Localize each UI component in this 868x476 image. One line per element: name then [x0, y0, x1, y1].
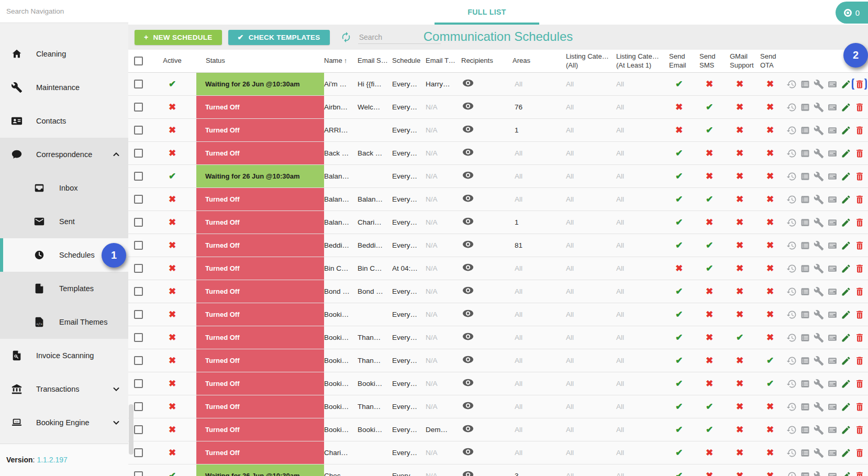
delete-button[interactable]	[854, 355, 865, 366]
sidebar-item-booking-engine[interactable]: <> Booking Engine	[0, 406, 128, 439]
tab-full-list[interactable]: FULL LIST	[435, 0, 539, 23]
row-checkbox[interactable]	[134, 356, 143, 365]
view-recipients-icon[interactable]	[462, 356, 474, 363]
view-recipients-icon[interactable]	[462, 425, 474, 433]
history-button[interactable]	[786, 355, 797, 366]
column-header-gmail-support[interactable]: GMail Support	[726, 52, 756, 70]
sidebar-item-templates[interactable]: Templates	[0, 272, 128, 305]
view-recipients-icon[interactable]	[462, 448, 474, 456]
sidebar-item-transactions[interactable]: Transactions	[0, 372, 128, 406]
log-list-button[interactable]	[799, 355, 810, 366]
settings-wrench-button[interactable]	[813, 263, 824, 274]
card-details-button[interactable]	[827, 470, 838, 476]
edit-button[interactable]	[840, 401, 851, 412]
settings-wrench-button[interactable]	[813, 286, 824, 297]
log-list-button[interactable]	[799, 102, 810, 113]
card-details-button[interactable]	[827, 355, 838, 366]
view-recipients-icon[interactable]	[462, 125, 474, 133]
edit-button[interactable]	[840, 148, 851, 159]
view-recipients-icon[interactable]	[462, 79, 474, 87]
history-button[interactable]	[786, 286, 797, 297]
log-list-button[interactable]	[799, 148, 810, 159]
card-details-button[interactable]	[827, 332, 838, 343]
check-templates-button[interactable]: ✔ CHECK TEMPLATES	[228, 30, 330, 45]
log-list-button[interactable]	[799, 194, 810, 205]
delete-button[interactable]	[854, 378, 865, 389]
card-details-button[interactable]	[827, 194, 838, 205]
row-checkbox[interactable]	[134, 287, 143, 296]
sidebar-item-correspondence[interactable]: Correspondence	[0, 138, 128, 171]
delete-button[interactable]	[854, 148, 865, 159]
history-button[interactable]	[786, 102, 797, 113]
history-button[interactable]	[786, 401, 797, 412]
view-recipients-icon[interactable]	[462, 194, 474, 202]
card-details-button[interactable]	[827, 424, 838, 435]
history-button[interactable]	[786, 148, 797, 159]
view-recipients-icon[interactable]	[462, 217, 474, 225]
row-checkbox[interactable]	[134, 402, 143, 411]
view-recipients-icon[interactable]	[462, 171, 474, 179]
row-checkbox[interactable]	[134, 310, 143, 319]
edit-button[interactable]	[840, 424, 851, 435]
delete-button[interactable]	[854, 171, 865, 182]
history-button[interactable]	[786, 171, 797, 182]
row-checkbox[interactable]	[134, 103, 143, 112]
edit-button[interactable]	[840, 125, 851, 136]
settings-wrench-button[interactable]	[813, 79, 824, 90]
settings-wrench-button[interactable]	[813, 470, 824, 476]
column-header-email-template[interactable]: Email T…	[426, 57, 459, 65]
sidebar-item-cleaning[interactable]: Cleaning	[0, 37, 128, 71]
row-checkbox[interactable]	[134, 471, 143, 476]
log-list-button[interactable]	[799, 401, 810, 412]
settings-wrench-button[interactable]	[813, 332, 824, 343]
row-checkbox[interactable]	[134, 80, 143, 88]
column-header-areas[interactable]: Areas	[510, 57, 564, 65]
card-details-button[interactable]	[827, 171, 838, 182]
log-list-button[interactable]	[799, 309, 810, 320]
edit-button[interactable]	[840, 240, 851, 251]
edit-button[interactable]	[840, 332, 851, 343]
edit-button[interactable]	[840, 194, 851, 205]
delete-button[interactable]	[854, 332, 865, 343]
log-list-button[interactable]	[799, 286, 810, 297]
sidebar-item-sent[interactable]: Sent	[0, 205, 128, 238]
card-details-button[interactable]	[827, 401, 838, 412]
settings-wrench-button[interactable]	[813, 355, 824, 366]
view-recipients-icon[interactable]	[462, 309, 474, 317]
history-button[interactable]	[786, 424, 797, 435]
delete-button[interactable]	[854, 240, 865, 251]
column-header-schedule[interactable]: Schedule	[392, 57, 426, 65]
column-header-email-subject[interactable]: Email S…	[358, 57, 392, 65]
view-recipients-icon[interactable]	[462, 240, 474, 248]
row-checkbox[interactable]	[134, 126, 143, 135]
column-header-send-ota[interactable]: Send OTA	[756, 52, 786, 70]
log-list-button[interactable]	[799, 240, 810, 251]
row-checkbox[interactable]	[134, 149, 143, 158]
select-all-checkbox[interactable]	[134, 57, 143, 65]
counter-pill[interactable]: 0	[836, 2, 868, 24]
view-recipients-icon[interactable]	[462, 102, 474, 110]
edit-button[interactable]	[840, 286, 851, 297]
delete-button[interactable]	[854, 309, 865, 320]
row-checkbox[interactable]	[134, 195, 143, 204]
sidebar-item-inbox[interactable]: Inbox	[0, 171, 128, 205]
edit-button[interactable]	[840, 447, 851, 458]
log-list-button[interactable]	[799, 378, 810, 389]
card-details-button[interactable]	[827, 217, 838, 228]
card-details-button[interactable]	[827, 309, 838, 320]
delete-button[interactable]	[854, 79, 865, 90]
history-button[interactable]	[786, 309, 797, 320]
card-details-button[interactable]	[827, 148, 838, 159]
settings-wrench-button[interactable]	[813, 102, 824, 113]
settings-wrench-button[interactable]	[813, 401, 824, 412]
delete-button[interactable]	[854, 424, 865, 435]
history-button[interactable]	[786, 125, 797, 136]
column-header-listing-categories-at-least-1[interactable]: Listing Cate… (At Least 1)	[614, 52, 665, 70]
delete-button[interactable]	[854, 217, 865, 228]
column-header-name[interactable]: Name↑	[324, 57, 358, 65]
card-details-button[interactable]	[827, 79, 838, 90]
settings-wrench-button[interactable]	[813, 148, 824, 159]
delete-button[interactable]	[854, 194, 865, 205]
view-recipients-icon[interactable]	[462, 286, 474, 294]
history-button[interactable]	[786, 447, 797, 458]
